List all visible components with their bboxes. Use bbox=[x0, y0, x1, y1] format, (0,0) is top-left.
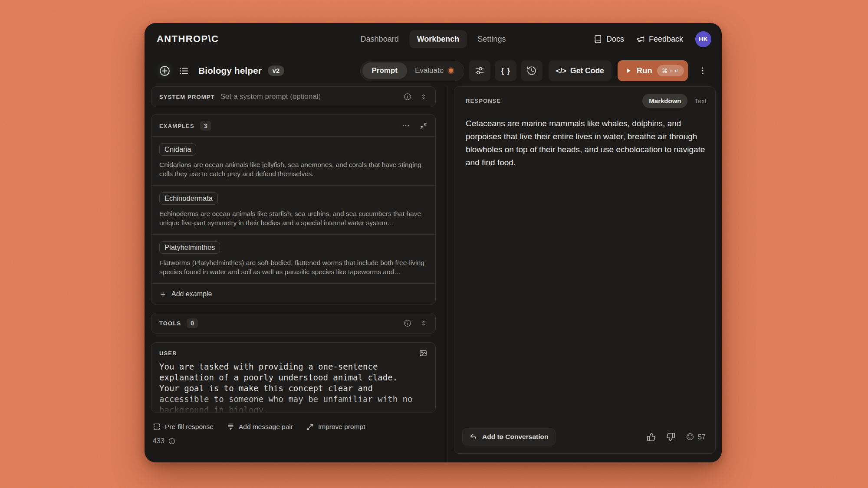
info-icon bbox=[168, 437, 176, 445]
get-code-label: Get Code bbox=[570, 66, 604, 75]
run-button[interactable]: Run ⌘ + ↵ bbox=[618, 60, 688, 81]
nav-right: Docs Feedback HK bbox=[594, 31, 711, 47]
sliders-icon bbox=[474, 66, 485, 76]
prompt-title[interactable]: Biology helper bbox=[198, 66, 262, 76]
tools-count-badge: 0 bbox=[187, 318, 198, 328]
tab-prompt[interactable]: Prompt bbox=[362, 62, 408, 79]
top-nav: ANTHROP\C Dashboard Workbench Settings D… bbox=[145, 23, 722, 55]
tools-card[interactable]: TOOLS 0 bbox=[151, 313, 436, 334]
nav-item-settings[interactable]: Settings bbox=[470, 30, 513, 48]
variables-button[interactable]: { } bbox=[495, 60, 516, 81]
feedback-label: Feedback bbox=[649, 35, 683, 44]
reply-arrow-icon bbox=[470, 433, 477, 441]
response-token-value: 57 bbox=[698, 433, 706, 441]
response-header: RESPONSE Markdown Text bbox=[454, 87, 715, 108]
kebab-menu-icon bbox=[698, 66, 707, 75]
evaluate-status-dot bbox=[447, 67, 454, 74]
example-text: Flatworms (Platyhelminthes) are soft-bod… bbox=[159, 258, 427, 276]
info-icon bbox=[403, 319, 412, 328]
code-icon: </> bbox=[556, 67, 566, 75]
chevron-up-down-icon bbox=[420, 93, 427, 101]
examples-collapse-button[interactable] bbox=[420, 122, 427, 130]
get-code-button[interactable]: </> Get Code bbox=[549, 60, 612, 81]
response-footer: Add to Conversation 57 bbox=[454, 428, 715, 453]
example-item[interactable]: Cnidaria Cnidarians are ocean animals li… bbox=[151, 136, 435, 185]
attach-image-button[interactable] bbox=[419, 349, 427, 357]
example-item[interactable]: Echinodermata Echinoderms are ocean anim… bbox=[151, 185, 435, 234]
feedback-button[interactable]: Feedback bbox=[636, 35, 683, 44]
workbench-window: ANTHROP\C Dashboard Workbench Settings D… bbox=[145, 23, 722, 462]
image-icon bbox=[419, 349, 427, 357]
list-icon bbox=[178, 66, 189, 76]
tools-info-button[interactable] bbox=[403, 319, 412, 328]
user-message-text[interactable]: You are tasked with providing a one-sent… bbox=[159, 361, 418, 413]
token-icon bbox=[686, 432, 694, 441]
examples-menu-button[interactable] bbox=[401, 121, 410, 130]
system-prompt-card[interactable]: SYSTEM PROMPT Set a system prompt (optio… bbox=[151, 86, 436, 107]
tools-controls bbox=[403, 319, 427, 328]
add-message-pair-button[interactable]: Add message pair bbox=[227, 422, 293, 431]
system-prompt-controls bbox=[403, 92, 427, 101]
braces-icon: { } bbox=[501, 66, 510, 75]
response-panel: RESPONSE Markdown Text Cetaceans are mar… bbox=[447, 86, 722, 462]
more-options-button[interactable] bbox=[693, 61, 712, 80]
user-message-card[interactable]: USER You are tasked with providing a one… bbox=[151, 342, 436, 413]
docs-label: Docs bbox=[606, 35, 624, 44]
plus-circle-icon bbox=[159, 65, 171, 77]
prefill-label: Pre-fill response bbox=[165, 423, 214, 431]
main-content: SYSTEM PROMPT Set a system prompt (optio… bbox=[145, 86, 722, 462]
examples-controls bbox=[401, 121, 427, 130]
thumbs-down-icon bbox=[666, 432, 675, 442]
tab-markdown[interactable]: Markdown bbox=[642, 94, 687, 108]
improve-prompt-button[interactable]: Improve prompt bbox=[306, 422, 365, 431]
tab-text[interactable]: Text bbox=[694, 97, 707, 105]
add-pair-icon bbox=[227, 422, 235, 431]
mode-switch: Prompt Evaluate bbox=[360, 61, 465, 81]
thumbs-down-button[interactable] bbox=[666, 432, 675, 442]
play-icon bbox=[625, 67, 632, 74]
tab-prompt-label: Prompt bbox=[372, 66, 398, 75]
nav-item-dashboard[interactable]: Dashboard bbox=[353, 30, 406, 48]
format-toggle: Markdown Text bbox=[642, 94, 707, 108]
prompt-list-button[interactable] bbox=[174, 61, 193, 80]
response-card: RESPONSE Markdown Text Cetaceans are mar… bbox=[454, 86, 716, 454]
avatar[interactable]: HK bbox=[695, 31, 711, 47]
example-item[interactable]: Platyhelminthes Flatworms (Platyhelminth… bbox=[151, 234, 435, 283]
tools-expand-button[interactable] bbox=[420, 319, 427, 327]
version-badge[interactable]: v2 bbox=[268, 66, 284, 76]
prefill-response-button[interactable]: Pre-fill response bbox=[153, 422, 214, 431]
example-tag[interactable]: Echinodermata bbox=[159, 192, 218, 205]
system-prompt-info-button[interactable] bbox=[403, 92, 412, 101]
docs-button[interactable]: Docs bbox=[594, 35, 624, 44]
example-tag[interactable]: Cnidaria bbox=[159, 143, 196, 156]
system-prompt-expand-button[interactable] bbox=[420, 93, 427, 101]
add-example-button[interactable]: Add example bbox=[151, 283, 435, 305]
history-button[interactable] bbox=[521, 60, 542, 81]
response-text: Cetaceans are marine mammals like whales… bbox=[466, 117, 707, 169]
prompt-panel: SYSTEM PROMPT Set a system prompt (optio… bbox=[145, 86, 447, 462]
examples-card: EXAMPLES 3 Cnidaria Cnidarians are ocean… bbox=[151, 114, 436, 305]
tab-evaluate[interactable]: Evaluate bbox=[407, 62, 462, 79]
token-info-button[interactable] bbox=[168, 437, 176, 445]
anthropic-logo: ANTHROP\C bbox=[157, 33, 219, 45]
examples-header: EXAMPLES 3 bbox=[151, 115, 435, 136]
user-message-header: USER bbox=[159, 349, 427, 357]
example-tag[interactable]: Platyhelminthes bbox=[159, 241, 220, 254]
example-text: Echinoderms are ocean animals like starf… bbox=[159, 209, 427, 227]
nav-item-workbench[interactable]: Workbench bbox=[410, 30, 467, 48]
model-settings-button[interactable] bbox=[469, 60, 490, 81]
thumbs-up-button[interactable] bbox=[647, 432, 656, 442]
prefill-icon bbox=[153, 422, 161, 431]
add-example-label: Add example bbox=[171, 290, 212, 298]
megaphone-icon bbox=[636, 35, 645, 43]
examples-count-badge: 3 bbox=[200, 121, 211, 131]
new-prompt-button[interactable] bbox=[155, 61, 174, 80]
response-token-count: 57 bbox=[686, 432, 706, 441]
response-actions: 57 bbox=[647, 432, 706, 442]
prompt-token-count: 433 bbox=[151, 437, 436, 445]
nav-tabs: Dashboard Workbench Settings bbox=[353, 23, 513, 55]
book-icon bbox=[594, 35, 602, 43]
add-to-conversation-button[interactable]: Add to Conversation bbox=[462, 428, 556, 445]
message-actions: Pre-fill response Add message pair Impro… bbox=[151, 422, 436, 431]
info-icon bbox=[403, 92, 412, 101]
